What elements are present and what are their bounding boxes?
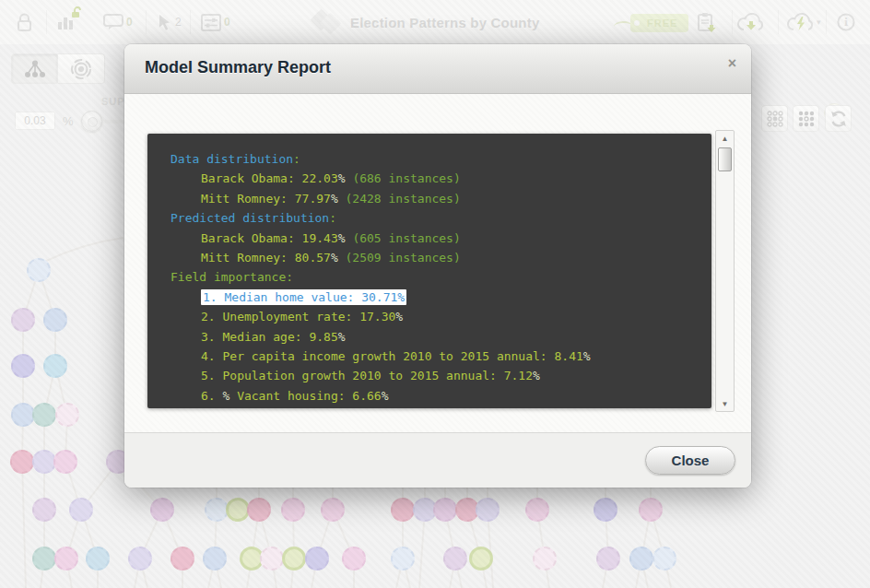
model-summary-modal: Model Summary Report × Data distribution… — [124, 44, 751, 488]
modal-body: Data distribution:Barack Obama: 22.03% (… — [124, 94, 751, 432]
console-line: Barack Obama: 19.43% (605 instances) — [170, 231, 704, 251]
screen: 0 2 0 Election Patterns by County — [0, 0, 870, 588]
console-line: Data distribution: — [170, 152, 704, 171]
scroll-down-button[interactable]: ▼ — [716, 396, 734, 411]
console-line: Mitt Romney: 80.57% (2509 instances) — [170, 251, 704, 270]
close-button[interactable]: Close — [645, 446, 735, 475]
console-line: 1. Median home value: 30.71% — [170, 290, 704, 310]
console-line: 4. Per capita income growth 2010 to 2015… — [170, 349, 704, 369]
modal-header: Model Summary Report × — [124, 44, 751, 94]
summary-console[interactable]: Data distribution:Barack Obama: 22.03% (… — [147, 134, 711, 408]
console-line: Predicted distribution: — [170, 211, 704, 230]
close-icon[interactable]: × — [728, 56, 736, 71]
console-line: 3. Median age: 9.85% — [170, 330, 704, 349]
modal-footer: Close — [124, 432, 751, 488]
scroll-up-button[interactable]: ▲ — [716, 131, 734, 146]
console-line: 6. % Vacant housing: 6.66% — [170, 389, 704, 408]
console-scrollbar[interactable]: ▲ ▼ — [715, 130, 735, 412]
modal-title: Model Summary Report — [145, 58, 331, 77]
console-line: 5. Population growth 2010 to 2015 annual… — [170, 369, 704, 388]
console-line: Barack Obama: 22.03% (686 instances) — [170, 171, 704, 191]
scrollbar-thumb[interactable] — [718, 147, 732, 171]
console-line: Mitt Romney: 77.97% (2428 instances) — [170, 192, 704, 211]
console-line: Field importance: — [170, 270, 704, 289]
console-line: 2. Unemployment rate: 17.30% — [170, 310, 704, 329]
